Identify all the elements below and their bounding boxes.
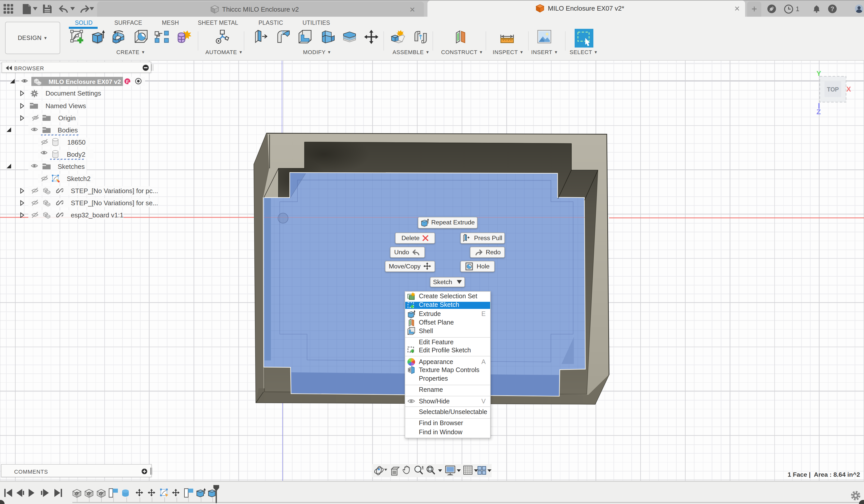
svg-text:TOP: TOP (827, 86, 839, 93)
svg-text:F: F (126, 79, 129, 84)
svg-text:Z: Z (816, 108, 821, 116)
svg-text:X: X (846, 85, 851, 93)
svg-text:?: ? (830, 5, 834, 12)
